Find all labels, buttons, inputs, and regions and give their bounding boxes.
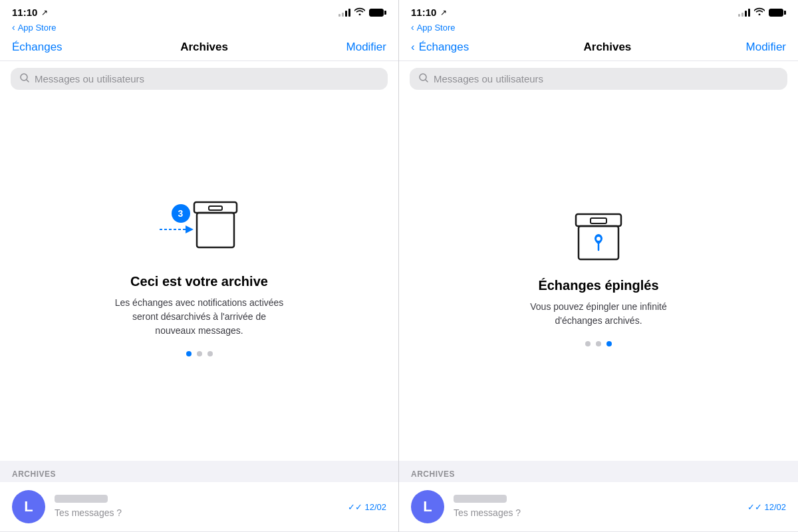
- search-icon-1: [20, 73, 29, 84]
- search-placeholder-2: Messages ou utilisateurs: [434, 73, 543, 84]
- signal-bars-1: [338, 9, 350, 17]
- status-time-1: 11:10: [12, 7, 37, 18]
- double-check-icon-2: ✓✓: [747, 502, 765, 512]
- modifier-button-2[interactable]: Modifier: [746, 41, 786, 54]
- list-item-preview-1: Tes messages ?: [55, 507, 122, 518]
- list-item-content-2: Tes messages ?: [454, 495, 747, 519]
- dot-3: [207, 351, 213, 356]
- status-time-2: 11:10: [411, 7, 436, 18]
- status-right-2: [738, 7, 786, 17]
- signal-bar: [338, 14, 340, 17]
- archive-box-1: [192, 201, 239, 257]
- status-left-1: 11:10 ↗: [12, 7, 48, 18]
- dot-2: [197, 351, 202, 356]
- archives-section-header-2: ARCHIVES: [399, 461, 798, 482]
- status-right-1: [338, 7, 386, 17]
- carousel-title-1: Ceci est votre archive: [130, 274, 268, 289]
- signal-bar: [738, 14, 740, 17]
- signal-bars-2: [738, 9, 750, 17]
- dot-1-active: [186, 351, 192, 356]
- signal-bar: [345, 11, 347, 17]
- svg-point-12: [597, 237, 600, 241]
- svg-rect-8: [576, 214, 621, 226]
- appstore-back-2[interactable]: ‹ App Store: [399, 22, 798, 37]
- list-item-name-placeholder-1: [55, 495, 108, 503]
- battery-icon-2: [769, 9, 786, 17]
- svg-rect-3: [194, 202, 237, 213]
- archive-illustration-1: 3: [160, 201, 239, 261]
- appstore-back-label-2: App Store: [417, 23, 456, 33]
- dot-2-1: [585, 341, 591, 346]
- search-icon-2: [419, 73, 428, 84]
- search-placeholder-1: Messages ou utilisateurs: [35, 73, 144, 84]
- carousel-title-2: Échanges épinglés: [538, 278, 658, 293]
- status-bar-1: 11:10 ↗: [0, 0, 398, 22]
- search-container-2: Messages ou utilisateurs: [399, 61, 798, 96]
- list-item-date-2: ✓✓ 12/02: [747, 502, 786, 512]
- search-bar-1[interactable]: Messages ou utilisateurs: [11, 68, 388, 90]
- list-item-preview-2: Tes messages ?: [454, 507, 521, 518]
- back-button-2[interactable]: ‹ Échanges: [411, 41, 469, 54]
- archives-section-title-2: ARCHIVES: [411, 469, 455, 479]
- svg-rect-4: [197, 213, 234, 247]
- double-check-icon-1: ✓✓: [348, 502, 365, 512]
- status-left-2: 11:10 ↗: [411, 7, 447, 18]
- list-item-date-1: ✓✓ 12/02: [348, 502, 386, 512]
- signal-bar: [741, 13, 743, 17]
- notification-badge-1: 3: [172, 204, 190, 223]
- nav-title-2: Archives: [584, 41, 632, 54]
- signal-bar: [745, 11, 747, 17]
- archives-section-title-1: ARCHIVES: [12, 469, 56, 479]
- carousel-dots-1: [186, 351, 213, 356]
- dot-2-3-active: [606, 341, 612, 346]
- appstore-back-1[interactable]: ‹ App Store: [0, 22, 398, 37]
- svg-line-7: [426, 80, 428, 82]
- list-item-content-1: Tes messages ?: [55, 495, 348, 519]
- carousel-desc-2: Vous pouvez épingler une infinité d'écha…: [512, 300, 685, 328]
- wifi-icon-2: [754, 7, 765, 17]
- back-button-1[interactable]: Échanges: [12, 41, 63, 54]
- phone-panel-1: 11:10 ↗ ‹ App: [0, 0, 399, 532]
- chevron-left-icon-1: ‹: [12, 22, 15, 33]
- battery-icon-1: [369, 9, 386, 17]
- carousel-desc-1: Les échanges avec notifications activées…: [113, 296, 286, 338]
- list-item-meta-1: ✓✓ 12/02: [348, 502, 386, 512]
- svg-line-1: [27, 80, 29, 82]
- archive-illustration-2: [572, 211, 625, 265]
- dot-2-2: [596, 341, 601, 346]
- phone-panel-2: 11:10 ↗ ‹ App: [399, 0, 798, 532]
- nav-title-1: Archives: [180, 41, 228, 54]
- avatar-2: L: [411, 490, 444, 523]
- status-arrow-2: ↗: [440, 8, 447, 17]
- carousel-area-2: Échanges épinglés Vous pouvez épingler u…: [399, 96, 798, 461]
- wifi-icon-1: [354, 7, 365, 17]
- dashed-arrow-1: [160, 223, 196, 239]
- status-bar-2: 11:10 ↗: [399, 0, 798, 22]
- appstore-back-label-1: App Store: [18, 23, 57, 33]
- archive-list-item-1[interactable]: L Tes messages ? ✓✓ 12/02: [0, 482, 398, 532]
- signal-bar: [342, 13, 344, 17]
- list-item-meta-2: ✓✓ 12/02: [747, 502, 786, 512]
- svg-rect-10: [591, 218, 606, 223]
- avatar-1: L: [12, 490, 45, 523]
- search-container-1: Messages ou utilisateurs: [0, 61, 398, 96]
- list-item-name-placeholder-2: [454, 495, 507, 503]
- nav-bar-1: Échanges Archives Modifier: [0, 37, 398, 61]
- carousel-dots-2: [585, 341, 612, 346]
- carousel-area-1: 3 Ceci est votre archive Les échanges av…: [0, 96, 398, 461]
- signal-bar: [748, 9, 750, 17]
- archive-list-item-2[interactable]: L Tes messages ? ✓✓ 12/02: [399, 482, 798, 532]
- search-bar-2[interactable]: Messages ou utilisateurs: [410, 68, 787, 90]
- chevron-left-icon-2: ‹: [411, 22, 414, 33]
- signal-bar: [348, 9, 350, 17]
- archives-section-header-1: ARCHIVES: [0, 461, 398, 482]
- modifier-button-1[interactable]: Modifier: [346, 41, 386, 54]
- svg-rect-5: [209, 206, 222, 210]
- nav-bar-2: ‹ Échanges Archives Modifier: [399, 37, 798, 61]
- status-arrow-1: ↗: [41, 8, 48, 17]
